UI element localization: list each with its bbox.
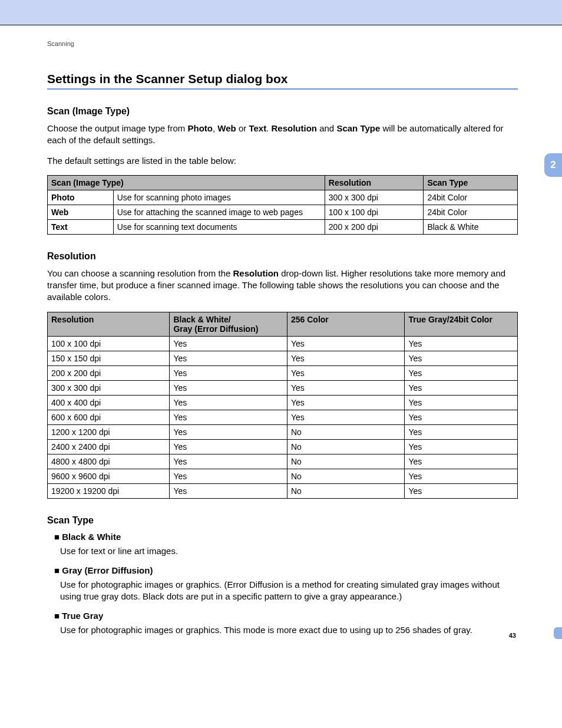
table-row: WebUse for attaching the scanned image t… xyxy=(48,205,518,219)
table-row: 300 x 300 dpiYesYesYes xyxy=(48,380,518,395)
table-cell: Yes xyxy=(170,410,287,424)
table-cell: Yes xyxy=(405,336,518,351)
table-cell: No xyxy=(287,483,405,498)
text: and xyxy=(317,123,336,133)
table-cell: Yes xyxy=(405,469,518,483)
list-item-description: Use for text or line art images. xyxy=(60,545,518,557)
table-row: 150 x 150 dpiYesYesYes xyxy=(48,351,518,365)
table-row: 100 x 100 dpiYesYesYes xyxy=(48,336,518,351)
text-bold: Scan Type xyxy=(336,123,380,133)
table-row: 4800 x 4800 dpiYesNoYes xyxy=(48,454,518,469)
list-item-label: Gray (Error Diffusion) xyxy=(54,565,153,575)
table-cell: No xyxy=(287,454,405,469)
table-cell: Yes xyxy=(405,439,518,454)
top-bar xyxy=(0,0,562,25)
breadcrumb: Scanning xyxy=(47,25,518,47)
list-item: Black & White xyxy=(54,532,518,542)
table-row: 9600 x 9600 dpiYesNoYes xyxy=(48,469,518,483)
chapter-tab: 2 xyxy=(544,153,562,177)
table-cell: Use for scanning text documents xyxy=(113,219,325,234)
table-header: Black & White/Gray (Error Diffusion) xyxy=(170,312,287,336)
table-header: Scan (Image Type) xyxy=(48,175,325,190)
table-cell: Yes xyxy=(170,483,287,498)
table-header: Resolution xyxy=(325,175,424,190)
table-cell: Yes xyxy=(170,424,287,439)
list-item-description: Use for photographic images or graphics.… xyxy=(60,579,518,603)
page-content: 2 Scanning Settings in the Scanner Setup… xyxy=(0,25,562,668)
table-cell: 2400 x 2400 dpi xyxy=(48,439,170,454)
text-bold: Resolution xyxy=(233,268,279,278)
table-header-row: Resolution Black & White/Gray (Error Dif… xyxy=(48,312,518,336)
table-cell: Yes xyxy=(287,336,405,351)
table-cell: 200 x 200 dpi xyxy=(48,365,170,380)
table-row: 600 x 600 dpiYesYesYes xyxy=(48,410,518,424)
table-scan-image-type: Scan (Image Type) Resolution Scan Type P… xyxy=(47,175,518,235)
table-header: Resolution xyxy=(48,312,170,336)
table-row: 19200 x 19200 dpiYesNoYes xyxy=(48,483,518,498)
table-cell: Yes xyxy=(170,365,287,380)
table-row: TextUse for scanning text documents200 x… xyxy=(48,219,518,234)
table-cell: 19200 x 19200 dpi xyxy=(48,483,170,498)
table-cell: 200 x 200 dpi xyxy=(325,219,424,234)
table-cell: Yes xyxy=(405,483,518,498)
list-item-description: Use for photographic images or graphics.… xyxy=(60,624,518,636)
table-cell: 100 x 100 dpi xyxy=(48,336,170,351)
section-heading-scan-type: Scan Type xyxy=(47,515,518,526)
table-cell: Text xyxy=(48,219,114,234)
text: or xyxy=(236,123,249,133)
table-cell: Web xyxy=(48,205,114,219)
table-cell: Yes xyxy=(170,469,287,483)
table-cell: 600 x 600 dpi xyxy=(48,410,170,424)
text: You can choose a scanning resolution fro… xyxy=(47,268,233,278)
table-cell: 24bit Color xyxy=(424,190,518,205)
table-cell: 24bit Color xyxy=(424,205,518,219)
table-cell: Yes xyxy=(405,365,518,380)
paragraph-resolution: You can choose a scanning resolution fro… xyxy=(47,268,518,304)
section-heading-scan-image-type: Scan (Image Type) xyxy=(47,106,518,117)
text-bold: Text xyxy=(249,123,266,133)
table-cell: Black & White xyxy=(424,219,518,234)
table-cell: Yes xyxy=(405,424,518,439)
table-cell: No xyxy=(287,469,405,483)
title-underline xyxy=(47,88,518,90)
section-heading-resolution: Resolution xyxy=(47,251,518,262)
table-cell: Yes xyxy=(405,351,518,365)
table-cell: 300 x 300 dpi xyxy=(325,190,424,205)
table-resolution: Resolution Black & White/Gray (Error Dif… xyxy=(47,312,518,499)
table-cell: Yes xyxy=(170,454,287,469)
table-cell: Photo xyxy=(48,190,114,205)
paragraph-scan-image-type-2: The default settings are listed in the t… xyxy=(47,155,518,167)
table-cell: Yes xyxy=(405,410,518,424)
table-cell: No xyxy=(287,439,405,454)
text: Choose the output image type from xyxy=(47,123,187,133)
table-cell: Yes xyxy=(405,454,518,469)
table-cell: 9600 x 9600 dpi xyxy=(48,469,170,483)
text-bold: Photo xyxy=(187,123,213,133)
table-cell: Use for scanning photo images xyxy=(113,190,325,205)
list-item: True Gray xyxy=(54,611,518,621)
page-title: Settings in the Scanner Setup dialog box xyxy=(47,72,518,86)
list-item-label: True Gray xyxy=(54,611,103,621)
table-cell: Yes xyxy=(287,410,405,424)
text-bold: Resolution xyxy=(272,123,318,133)
table-cell: Yes xyxy=(170,380,287,395)
list-item-label: Black & White xyxy=(54,532,121,542)
table-cell: Yes xyxy=(170,336,287,351)
table-cell: Yes xyxy=(170,395,287,410)
table-cell: Yes xyxy=(287,351,405,365)
table-cell: 300 x 300 dpi xyxy=(48,380,170,395)
table-cell: Yes xyxy=(287,395,405,410)
table-cell: Yes xyxy=(405,395,518,410)
table-cell: Yes xyxy=(170,439,287,454)
text: . xyxy=(266,123,271,133)
table-header: True Gray/24bit Color xyxy=(405,312,518,336)
text-bold: Web xyxy=(217,123,236,133)
table-row: 200 x 200 dpiYesYesYes xyxy=(48,365,518,380)
page-number: 43 xyxy=(509,632,516,639)
table-cell: 1200 x 1200 dpi xyxy=(48,424,170,439)
table-cell: Use for attaching the scanned image to w… xyxy=(113,205,325,219)
table-row: PhotoUse for scanning photo images300 x … xyxy=(48,190,518,205)
table-cell: Yes xyxy=(170,351,287,365)
table-cell: Yes xyxy=(287,365,405,380)
table-row: 400 x 400 dpiYesYesYes xyxy=(48,395,518,410)
